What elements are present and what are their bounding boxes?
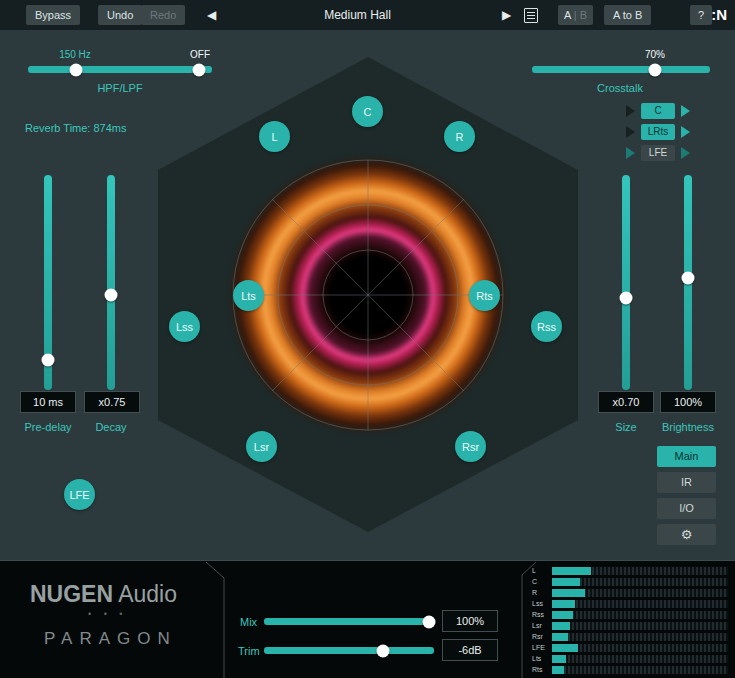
chevron-right-icon[interactable] [626, 105, 635, 117]
channel-node-rss[interactable]: Rss [531, 311, 562, 342]
menu-lines [527, 12, 535, 20]
channel-node-l[interactable]: L [259, 121, 290, 152]
bypass-button[interactable]: Bypass [26, 5, 80, 25]
hpf-value-label: 150 Hz [50, 49, 100, 60]
meter-channel-label: LFE [532, 643, 552, 652]
channel-node-lsr[interactable]: Lsr [246, 431, 277, 462]
size-slider[interactable] [622, 175, 630, 390]
crosstalk-slider-handle[interactable] [648, 63, 661, 76]
hpf-slider-handle[interactable] [69, 63, 82, 76]
meter-row: L [532, 566, 728, 575]
meter-track [552, 600, 728, 608]
size-value[interactable]: x0.70 [598, 391, 654, 413]
channel-node-c[interactable]: C [352, 96, 383, 127]
brightness-value[interactable]: 100% [660, 391, 716, 413]
chevron-right-icon[interactable] [681, 105, 690, 117]
tab-main[interactable]: Main [657, 446, 716, 467]
meter-channel-label: Rts [532, 665, 552, 674]
tab-io[interactable]: I/O [657, 498, 716, 519]
trim-value[interactable]: -6dB [442, 639, 498, 661]
lpf-slider-handle[interactable] [193, 63, 206, 76]
channel-node-lts[interactable]: Lts [233, 280, 264, 311]
meter-level-fill [552, 567, 591, 575]
meter-level-fill [552, 655, 566, 663]
brightness-label: Brightness [648, 421, 728, 433]
crosstalk-slider[interactable] [532, 66, 710, 73]
channel-node-lss[interactable]: Lss [169, 311, 200, 342]
meter-level-fill [552, 622, 570, 630]
polar-grid [158, 57, 578, 532]
decay-slider-handle[interactable] [105, 289, 118, 302]
reverb-time-readout: Reverb Time: 874ms [25, 122, 126, 134]
hpf-lpf-caption: HPF/LPF [70, 82, 170, 94]
routing-c-button[interactable]: C [641, 103, 675, 119]
predelay-slider[interactable] [44, 175, 52, 390]
brand-audio: Audio [118, 581, 177, 607]
undo-button[interactable]: Undo [98, 5, 142, 25]
meter-channel-label: R [532, 588, 552, 597]
meter-row: LFE [532, 643, 728, 652]
mix-label: Mix [240, 616, 257, 628]
channel-node-r[interactable]: R [444, 121, 475, 152]
ab-a-label: A [564, 9, 571, 21]
a-to-b-button[interactable]: A to B [604, 5, 651, 25]
meter-channel-label: Lsr [532, 621, 552, 630]
meter-track [552, 611, 728, 619]
channel-node-lfe[interactable]: LFE [64, 479, 95, 510]
meter-level-fill [552, 644, 578, 652]
meter-row: C [532, 577, 728, 586]
help-button[interactable]: ? [690, 5, 712, 25]
ab-compare-button[interactable]: A | B [558, 5, 593, 25]
predelay-value[interactable]: 10 ms [20, 391, 76, 413]
brand-logo: NUGEN Audio [30, 581, 177, 608]
meter-row: Lss [532, 599, 728, 608]
meter-track [552, 633, 728, 641]
next-preset-icon[interactable]: ▶ [502, 7, 511, 23]
meter-row: Lts [532, 654, 728, 663]
redo-button[interactable]: Redo [141, 5, 185, 25]
size-slider-handle[interactable] [620, 291, 633, 304]
chevron-right-icon[interactable] [626, 126, 635, 138]
routing-row-lfe: LFE [618, 144, 698, 162]
footer-panel: NUGEN Audio • • • PARAGON Mix 100% Trim … [0, 560, 735, 678]
tab-ir[interactable]: IR [657, 472, 716, 493]
channel-node-rsr[interactable]: Rsr [455, 431, 486, 462]
routing-lrts-button[interactable]: LRts [641, 124, 675, 140]
previous-preset-icon[interactable]: ◀ [207, 7, 216, 23]
mix-slider[interactable] [264, 618, 434, 625]
channel-node-rts[interactable]: Rts [469, 280, 500, 311]
chevron-right-icon[interactable] [681, 126, 690, 138]
brightness-slider-handle[interactable] [682, 272, 695, 285]
predelay-slider-handle[interactable] [42, 353, 55, 366]
trim-slider-handle[interactable] [377, 644, 390, 657]
preset-name[interactable]: Medium Hall [280, 8, 435, 22]
meter-level-fill [552, 611, 573, 619]
meter-level-fill [552, 578, 580, 586]
lpf-value-label: OFF [175, 49, 225, 60]
brand-dots: • • • [88, 609, 127, 619]
brightness-slider[interactable] [684, 175, 692, 390]
meter-track [552, 567, 728, 575]
hpf-lpf-slider[interactable] [28, 66, 212, 73]
routing-lfe-button[interactable]: LFE [641, 145, 675, 161]
routing-row-c: C [618, 102, 698, 120]
mix-slider-handle[interactable] [422, 615, 435, 628]
meter-track [552, 622, 728, 630]
top-toolbar: Bypass Undo Redo ◀ Medium Hall ▶ A | B A… [0, 0, 735, 30]
meter-track [552, 644, 728, 652]
trim-slider[interactable] [264, 647, 434, 654]
decay-value[interactable]: x0.75 [84, 391, 140, 413]
chevron-right-icon[interactable] [626, 147, 635, 159]
meter-track [552, 589, 728, 597]
meter-channel-label: Rsr [532, 632, 552, 641]
preset-menu-icon[interactable] [524, 8, 538, 23]
meter-channel-label: L [532, 566, 552, 575]
settings-gear-button[interactable]: ⚙ [657, 524, 716, 545]
ab-b-label: B [580, 9, 587, 21]
decay-slider[interactable] [107, 175, 115, 390]
crosstalk-caption: Crosstalk [565, 82, 675, 94]
meter-level-fill [552, 666, 564, 674]
meter-track [552, 655, 728, 663]
mix-value[interactable]: 100% [442, 610, 498, 632]
chevron-right-icon[interactable] [681, 147, 690, 159]
